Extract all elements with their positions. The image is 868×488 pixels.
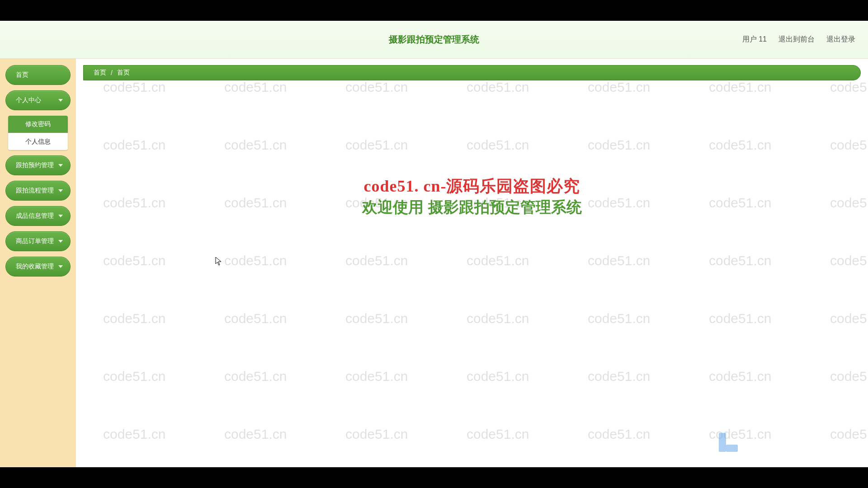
app-title: 摄影跟拍预定管理系统 xyxy=(0,33,868,46)
sidebar-item-process-mgmt[interactable]: 跟拍流程管理 xyxy=(5,181,71,201)
sidebar-item-favorites-mgmt[interactable]: 我的收藏管理 xyxy=(5,257,71,277)
sidebar: 首页 个人中心 修改密码 个人信息 跟拍预约管理 跟拍流程管理 xyxy=(0,59,76,467)
sidebar-item-label: 我的收藏管理 xyxy=(16,263,54,271)
breadcrumb-current: 首页 xyxy=(117,69,130,77)
submenu-item-label: 个人信息 xyxy=(25,138,51,146)
chevron-down-icon xyxy=(58,240,63,243)
sidebar-home[interactable]: 首页 xyxy=(5,65,71,85)
submenu-item-change-password[interactable]: 修改密码 xyxy=(8,116,68,133)
chevron-down-icon xyxy=(58,99,63,102)
app-window: code51.cncode51.cncode51.cncode51.cncode… xyxy=(0,21,868,467)
sidebar-item-personal-center[interactable]: 个人中心 xyxy=(5,90,71,110)
sidebar-item-label: 跟拍预约管理 xyxy=(16,161,54,169)
logout-link[interactable]: 退出登录 xyxy=(826,35,855,44)
sidebar-home-label: 首页 xyxy=(16,71,28,79)
corner-logo-icon xyxy=(719,429,750,452)
sidebar-item-label: 成品信息管理 xyxy=(16,212,54,220)
sidebar-submenu-personal-center: 修改密码 个人信息 xyxy=(8,116,68,150)
sidebar-item-label: 跟拍流程管理 xyxy=(16,187,54,195)
main-area: 首页 / 首页 code51. cn-源码乐园盗图必究 欢迎使用 摄影跟拍预定管… xyxy=(76,59,868,467)
submenu-item-personal-info[interactable]: 个人信息 xyxy=(8,133,68,150)
sidebar-item-label: 商品订单管理 xyxy=(16,237,54,245)
chevron-down-icon xyxy=(58,265,63,268)
chevron-down-icon xyxy=(58,215,63,217)
breadcrumb: 首页 / 首页 xyxy=(83,65,861,80)
sidebar-item-order-mgmt[interactable]: 商品订单管理 xyxy=(5,231,71,251)
banner-warning: code51. cn-源码乐园盗图必究 xyxy=(364,175,580,197)
top-bar-right: 用户 11 退出到前台 退出登录 xyxy=(742,21,855,58)
sidebar-item-label: 个人中心 xyxy=(16,96,41,104)
sidebar-item-product-mgmt[interactable]: 成品信息管理 xyxy=(5,206,71,226)
content: code51. cn-源码乐园盗图必究 欢迎使用 摄影跟拍预定管理系统 xyxy=(83,80,861,455)
chevron-down-icon xyxy=(58,189,63,192)
body: 首页 个人中心 修改密码 个人信息 跟拍预约管理 跟拍流程管理 xyxy=(0,59,868,467)
banner-welcome: 欢迎使用 摄影跟拍预定管理系统 xyxy=(362,197,581,218)
breadcrumb-root[interactable]: 首页 xyxy=(94,69,106,77)
top-bar: 摄影跟拍预定管理系统 用户 11 退出到前台 退出登录 xyxy=(0,21,868,59)
submenu-item-label: 修改密码 xyxy=(25,120,51,128)
breadcrumb-separator: / xyxy=(111,69,113,76)
user-label: 用户 11 xyxy=(742,35,767,44)
sidebar-item-booking-mgmt[interactable]: 跟拍预约管理 xyxy=(5,155,71,175)
exit-to-front-link[interactable]: 退出到前台 xyxy=(778,35,815,44)
chevron-down-icon xyxy=(58,164,63,167)
